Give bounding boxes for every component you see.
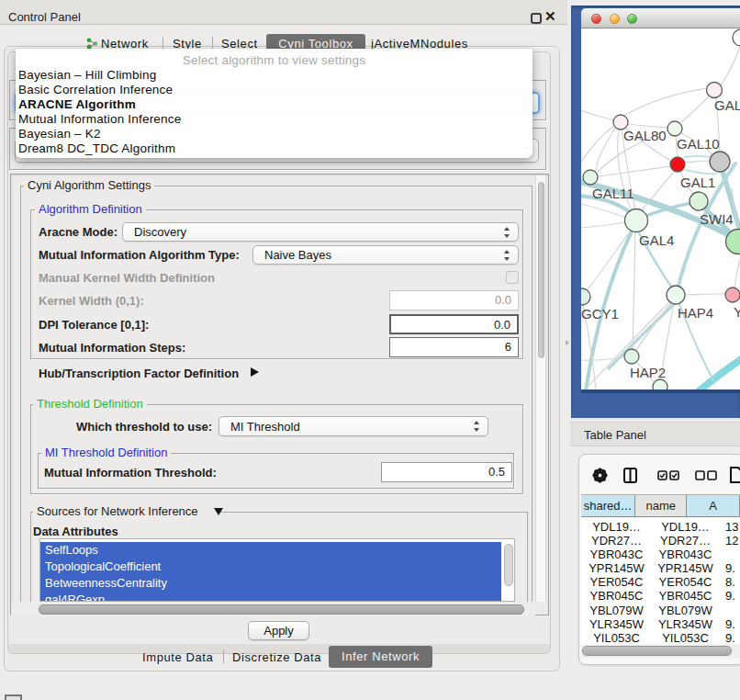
algorithm-option[interactable]: ARACNE Algorithm <box>16 97 533 112</box>
network-node[interactable] <box>725 288 740 302</box>
cell-name[interactable]: YIL053C <box>652 631 719 644</box>
network-node[interactable] <box>707 83 723 98</box>
column-selector-icon[interactable] <box>623 468 637 483</box>
network-edge[interactable] <box>581 110 613 120</box>
new-document-icon[interactable] <box>729 467 740 483</box>
attribute-item[interactable]: gal4RGexp <box>40 592 501 602</box>
dpi-tolerance-field[interactable]: 0.0 <box>389 314 519 334</box>
cell-shared-name[interactable]: YPR145W <box>581 561 652 575</box>
cell-shared-name[interactable]: YBL079W <box>581 604 652 617</box>
kernel-width-field[interactable]: 0.0 <box>389 290 519 310</box>
close-icon[interactable]: ✕ <box>544 8 556 25</box>
gear-icon[interactable] <box>592 468 608 483</box>
cell-shared-name[interactable]: YDR27… <box>581 534 652 548</box>
network-node[interactable] <box>667 286 685 304</box>
window-zoom-icon[interactable] <box>627 14 637 24</box>
table-column-header[interactable]: A <box>687 495 740 516</box>
window-minimize-icon[interactable] <box>610 14 620 24</box>
cell-name[interactable]: YER054C <box>652 575 719 589</box>
table-column-header[interactable]: shared… <box>581 495 635 516</box>
network-canvas[interactable]: GAL7GAL80GAL10GAL1GAL11SWI4GAL4GCY1HAP4Y… <box>581 28 740 390</box>
network-edge[interactable] <box>681 96 710 122</box>
cell-value[interactable]: 12 <box>719 534 738 548</box>
cell-shared-name[interactable]: YDL19… <box>581 520 652 534</box>
network-edge[interactable] <box>621 88 709 118</box>
cell-name[interactable]: YBR043C <box>652 548 719 561</box>
apply-button[interactable]: Apply <box>248 621 309 640</box>
table-row[interactable]: YPR145W YPR145W 9. <box>581 561 740 575</box>
cell-value[interactable]: 9. <box>719 561 735 575</box>
hub-expand-arrow-icon[interactable] <box>251 367 259 377</box>
network-node[interactable] <box>670 157 685 172</box>
cell-value[interactable]: 9. <box>719 631 735 644</box>
table-row[interactable]: YDR27… YDR27… 12 <box>581 534 740 548</box>
mi-threshold-field[interactable]: 0.5 <box>381 462 512 482</box>
cell-shared-name[interactable]: YLR345W <box>581 617 652 631</box>
network-window-titlebar[interactable] <box>581 8 740 28</box>
network-edge[interactable] <box>686 170 716 174</box>
algorithm-option[interactable]: Bayesian – K2 <box>16 127 533 141</box>
cell-shared-name[interactable]: YBR045C <box>581 589 652 603</box>
network-edge[interactable] <box>686 294 726 295</box>
table-row[interactable]: YBR045C YBR045C 9. <box>581 589 740 603</box>
attribute-item[interactable]: SelfLoops <box>40 542 501 559</box>
tab-impute-data[interactable]: Impute Data <box>142 650 213 664</box>
network-edge[interactable] <box>633 232 635 348</box>
network-node[interactable] <box>653 379 667 390</box>
unselect-all-checkboxes-icon[interactable] <box>695 470 718 480</box>
which-threshold-combobox[interactable]: MI Threshold <box>219 416 488 436</box>
tab-infer-network[interactable]: Infer Network <box>329 646 432 668</box>
algorithm-option[interactable]: Dream8 DC_TDC Algorithm <box>16 141 533 156</box>
table-row[interactable]: YLR345W YLR345W 9. <box>581 617 740 631</box>
cell-value[interactable] <box>719 548 725 561</box>
manual-kernel-checkbox[interactable] <box>506 271 519 284</box>
select-all-checkboxes-icon[interactable] <box>657 470 680 480</box>
network-edge[interactable] <box>581 126 614 162</box>
cell-value[interactable]: 8. <box>719 575 735 589</box>
cell-name[interactable]: YDR27… <box>652 534 719 548</box>
cell-value[interactable] <box>719 604 725 617</box>
sources-collapse-arrow-icon[interactable] <box>214 508 223 515</box>
network-edge[interactable] <box>581 222 625 228</box>
bottom-corner-button[interactable] <box>5 694 22 700</box>
panel-divider-arrow-icon[interactable] <box>566 340 569 345</box>
cell-name[interactable]: YLR345W <box>652 617 719 631</box>
mi-type-combobox[interactable]: Naive Bayes <box>252 245 519 265</box>
table-row[interactable]: YER054C YER054C 8. <box>581 575 740 589</box>
cell-name[interactable]: YBR045C <box>652 589 719 603</box>
vertical-scrollbar-thumb[interactable] <box>538 182 544 358</box>
cell-value[interactable]: 9. <box>719 617 735 631</box>
window-close-icon[interactable] <box>591 14 601 24</box>
algorithm-option[interactable]: Bayesian – Hill Climbing <box>16 68 533 83</box>
cell-name[interactable]: YPR145W <box>652 561 719 575</box>
cell-name[interactable]: YBL079W <box>652 604 719 617</box>
attribute-item[interactable]: BetweennessCentrality <box>40 575 501 592</box>
tab-discretize-data[interactable]: Discretize Data <box>232 650 321 664</box>
network-node[interactable] <box>710 152 730 172</box>
cell-value[interactable]: 13 <box>719 520 738 534</box>
algorithm-option[interactable]: Basic Correlation Inference <box>16 83 533 97</box>
network-edge[interactable] <box>685 161 710 163</box>
network-edge[interactable] <box>721 44 740 85</box>
horizontal-scrollbar-thumb[interactable] <box>39 604 524 615</box>
cell-shared-name[interactable]: YER054C <box>581 575 652 589</box>
cell-value[interactable]: 9. <box>719 589 735 603</box>
network-edge[interactable] <box>599 166 670 176</box>
table-column-header[interactable]: name <box>635 495 687 516</box>
cell-name[interactable]: YDL19… <box>652 520 719 534</box>
network-edge[interactable] <box>734 259 740 288</box>
network-node[interactable] <box>625 209 648 232</box>
cell-shared-name[interactable]: YIL053C <box>581 631 652 644</box>
network-node[interactable] <box>624 349 639 364</box>
aracne-mode-combobox[interactable]: Discovery <box>122 222 519 242</box>
network-node[interactable] <box>581 288 590 305</box>
network-edge[interactable] <box>588 231 631 289</box>
table-row[interactable]: YDL19… YDL19… 13 <box>581 520 740 534</box>
network-node[interactable] <box>733 29 740 46</box>
table-row[interactable]: YBL079W YBL079W <box>581 604 740 617</box>
table-row[interactable]: YIL053C YIL053C 9. <box>581 631 740 644</box>
cell-shared-name[interactable]: YBR043C <box>581 548 652 561</box>
mi-steps-field[interactable]: 6 <box>389 337 519 357</box>
network-edge[interactable] <box>690 356 740 390</box>
table-row[interactable]: YBR043C YBR043C <box>581 548 740 561</box>
